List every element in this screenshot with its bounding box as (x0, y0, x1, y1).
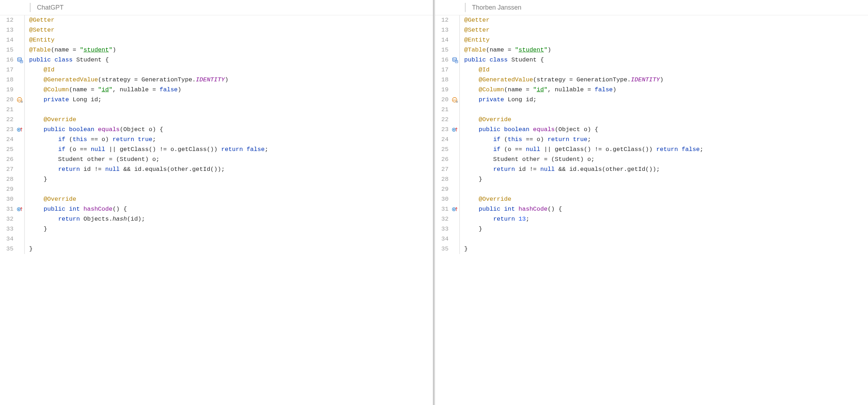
code-content[interactable]: @Table(name = "student") (29, 45, 433, 55)
gutter-icon-slot[interactable] (16, 125, 24, 135)
code-line[interactable]: 22 @Override (435, 115, 868, 125)
code-line[interactable]: 28 } (0, 174, 433, 184)
code-line[interactable]: 21 (435, 105, 868, 115)
code-line[interactable]: 32 return Objects.hash(id); (0, 214, 433, 224)
code-line[interactable]: 17 @Id (435, 65, 868, 75)
code-line[interactable]: 33 } (0, 224, 433, 234)
pane-divider[interactable] (433, 0, 434, 405)
gutter-icon-slot[interactable] (451, 55, 459, 65)
code-content[interactable]: if (this == o) return true; (464, 135, 868, 145)
code-content[interactable]: Student other = (Student) o; (464, 155, 868, 164)
code-line[interactable]: 23 public boolean equals(Object o) { (435, 125, 868, 135)
code-content[interactable]: @Override (464, 194, 868, 204)
gutter-icon-slot[interactable] (16, 204, 24, 214)
code-content[interactable]: Student other = (Student) o; (29, 155, 433, 164)
code-content[interactable]: } (464, 224, 868, 234)
code-content[interactable]: private Long id; (29, 95, 433, 105)
code-line[interactable]: 20eq private Long id; (0, 95, 433, 105)
code-content[interactable]: return 13; (464, 214, 868, 224)
code-content[interactable]: @Column(name = "id", nullable = false) (29, 85, 433, 95)
code-content[interactable]: @Override (464, 115, 868, 125)
code-content[interactable]: public int hashCode() { (464, 204, 868, 214)
code-content[interactable]: @Entity (464, 35, 868, 45)
gutter-icon-slot[interactable] (451, 125, 459, 135)
code-content[interactable]: } (29, 244, 433, 254)
right-editor[interactable]: 12@Getter13@Setter14@Entity15@Table(name… (435, 15, 868, 405)
code-content[interactable]: @Override (29, 115, 433, 125)
code-line[interactable]: 16public class Student { (0, 55, 433, 65)
code-line[interactable]: 13@Setter (0, 25, 433, 35)
code-line[interactable]: 29 (0, 184, 433, 194)
code-line[interactable]: 23 public boolean equals(Object o) { (0, 125, 433, 135)
code-content[interactable]: } (29, 224, 433, 234)
code-content[interactable]: return id != null && id.equals(other.get… (29, 164, 433, 174)
gutter-icon-slot[interactable]: eq (451, 95, 459, 105)
code-line[interactable]: 17 @Id (0, 65, 433, 75)
code-line[interactable]: 28 } (435, 174, 868, 184)
code-line[interactable]: 21 (0, 105, 433, 115)
code-line[interactable]: 35} (435, 244, 868, 254)
code-content[interactable]: @Entity (29, 35, 433, 45)
gutter-icon-slot[interactable] (16, 55, 24, 65)
code-line[interactable]: 31 public int hashCode() { (435, 204, 868, 214)
code-line[interactable]: 27 return id != null && id.equals(other.… (0, 164, 433, 174)
code-line[interactable]: 26 Student other = (Student) o; (435, 155, 868, 164)
code-line[interactable]: 16public class Student { (435, 55, 868, 65)
code-content[interactable]: } (29, 174, 433, 184)
gutter-icon-slot[interactable]: eq (16, 95, 24, 105)
code-line[interactable]: 24 if (this == o) return true; (0, 135, 433, 145)
code-line[interactable]: 15@Table(name = "student") (435, 45, 868, 55)
left-editor[interactable]: 12@Getter13@Setter14@Entity15@Table(name… (0, 15, 433, 405)
code-line[interactable]: 12@Getter (435, 15, 868, 25)
code-line[interactable]: 25 if (o == null || getClass() != o.getC… (435, 145, 868, 155)
code-content[interactable]: @Column(name = "id", nullable = false) (464, 85, 868, 95)
code-content[interactable]: if (o == null || getClass() != o.getClas… (29, 145, 433, 155)
code-line[interactable]: 25 if (o == null || getClass() != o.getC… (0, 145, 433, 155)
code-line[interactable]: 12@Getter (0, 15, 433, 25)
code-content[interactable]: } (464, 244, 868, 254)
code-content[interactable]: if (this == o) return true; (29, 135, 433, 145)
code-content[interactable]: public boolean equals(Object o) { (464, 125, 868, 135)
code-line[interactable]: 26 Student other = (Student) o; (0, 155, 433, 164)
code-line[interactable]: 35} (0, 244, 433, 254)
code-content[interactable]: @Override (29, 194, 433, 204)
code-content[interactable]: @GeneratedValue(strategy = GenerationTyp… (29, 75, 433, 85)
code-line[interactable]: 34 (0, 234, 433, 244)
code-line[interactable]: 18 @GeneratedValue(strategy = Generation… (435, 75, 868, 85)
code-content[interactable]: if (o == null || getClass() != o.getClas… (464, 145, 868, 155)
code-content[interactable]: @Id (464, 65, 868, 75)
code-content[interactable]: @Getter (29, 15, 433, 25)
code-line[interactable]: 19 @Column(name = "id", nullable = false… (435, 85, 868, 95)
code-line[interactable]: 33 } (435, 224, 868, 234)
code-content[interactable]: @Table(name = "student") (464, 45, 868, 55)
code-line[interactable]: 29 (435, 184, 868, 194)
code-line[interactable]: 13@Setter (435, 25, 868, 35)
code-content[interactable]: public class Student { (29, 55, 433, 65)
code-content[interactable]: return Objects.hash(id); (29, 214, 433, 224)
code-content[interactable]: @GeneratedValue(strategy = GenerationTyp… (464, 75, 868, 85)
code-line[interactable]: 14@Entity (0, 35, 433, 45)
code-content[interactable]: public boolean equals(Object o) { (29, 125, 433, 135)
code-content[interactable]: public int hashCode() { (29, 204, 433, 214)
code-line[interactable]: 15@Table(name = "student") (0, 45, 433, 55)
code-line[interactable]: 34 (435, 234, 868, 244)
code-line[interactable]: 32 return 13; (435, 214, 868, 224)
code-content[interactable]: @Setter (29, 25, 433, 35)
code-content[interactable]: public class Student { (464, 55, 868, 65)
code-line[interactable]: 19 @Column(name = "id", nullable = false… (0, 85, 433, 95)
code-content[interactable]: @Id (29, 65, 433, 75)
code-line[interactable]: 20eq private Long id; (435, 95, 868, 105)
code-line[interactable]: 31 public int hashCode() { (0, 204, 433, 214)
code-content[interactable]: @Getter (464, 15, 868, 25)
gutter-icon-slot[interactable] (451, 204, 459, 214)
code-content[interactable]: @Setter (464, 25, 868, 35)
code-line[interactable]: 27 return id != null && id.equals(other.… (435, 164, 868, 174)
code-line[interactable]: 24 if (this == o) return true; (435, 135, 868, 145)
code-line[interactable]: 30 @Override (435, 194, 868, 204)
code-content[interactable]: private Long id; (464, 95, 868, 105)
code-content[interactable]: return id != null && id.equals(other.get… (464, 164, 868, 174)
code-line[interactable]: 14@Entity (435, 35, 868, 45)
code-line[interactable]: 22 @Override (0, 115, 433, 125)
code-line[interactable]: 30 @Override (0, 194, 433, 204)
code-line[interactable]: 18 @GeneratedValue(strategy = Generation… (0, 75, 433, 85)
